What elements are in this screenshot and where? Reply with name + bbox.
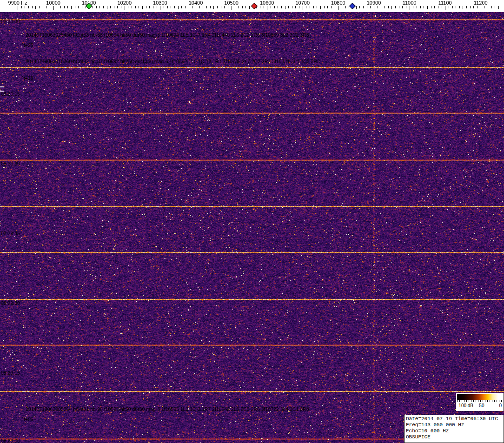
intensity-ruler-ticks [457, 400, 503, 402]
freq-tick-label: 10300 [153, 0, 167, 6]
legend-mid-label: -50 [477, 403, 484, 408]
legend-max-label: 0 [499, 403, 502, 408]
station-info-box: Date=2014-07-19 Time=06:30 UTC Freq=143 … [404, 415, 504, 443]
time-tick-label: 08:30:00 [1, 161, 20, 166]
info-echo: Echo=10 600 Hz [406, 428, 502, 434]
time-tick-label: 08:30:15 [1, 91, 20, 97]
time-tick-label: 08:30:30 [1, 19, 20, 24]
time-tick-label: 08:29:45 [1, 231, 20, 236]
freq-tick-label: 11200 [474, 0, 488, 6]
intensity-legend: -100 dB -50 0 [456, 393, 504, 411]
detection-annotation: 20140719063018260 hCnt32 nb-87 f10592 hi… [26, 59, 320, 64]
legend-min-label: -100 dB [457, 403, 473, 408]
frequency-axis: 9900 Hz100001010010200103001040010500106… [0, 0, 504, 12]
freq-tick-label: 10600 [260, 0, 274, 6]
time-tick-label: 08:29:30 [1, 300, 20, 306]
freq-tick-label: 10200 [118, 0, 132, 6]
detection-annotation: 20140719063025460 hCnt33 nb-88 f10604 hi… [26, 32, 309, 38]
time-tick-label: 08:29:00 [1, 438, 20, 443]
info-frequency: Freq=143 050 000 Hz [406, 422, 502, 428]
freq-tick-label: 10700 [296, 0, 310, 6]
freq-tick-label: 11000 [403, 0, 417, 6]
info-station: OBSUPICE [406, 434, 502, 440]
info-date-time: Date=2014-07-19 Time=06:30 UTC [406, 416, 502, 422]
freq-tick-label: 11100 [438, 0, 452, 6]
freq-tick-label: 10800 [331, 0, 345, 6]
intensity-gradient-bar [457, 394, 503, 400]
freq-tick-label: 10000 [46, 0, 60, 6]
freq-tick-label: 9900 Hz [8, 0, 27, 6]
detection-annotation: 20140719062905064 hCnt31 nb-90 f10595 hi… [26, 406, 309, 412]
freq-tick-label: 10500 [224, 0, 239, 6]
freq-tick-label: 10400 [189, 0, 203, 6]
detection-annotation: ^t+18 [21, 75, 33, 81]
freq-tick-label: 10900 [367, 0, 381, 6]
spectrogram-screen: 9900 Hz100001010010200103001040010500106… [0, 0, 504, 443]
spectrogram-waterfall[interactable] [0, 12, 504, 443]
detection-annotation: ^t+25 [21, 42, 33, 48]
time-tick-label: 08:29:15 [1, 370, 20, 376]
detection-annotation: ^t+05 [21, 417, 33, 422]
